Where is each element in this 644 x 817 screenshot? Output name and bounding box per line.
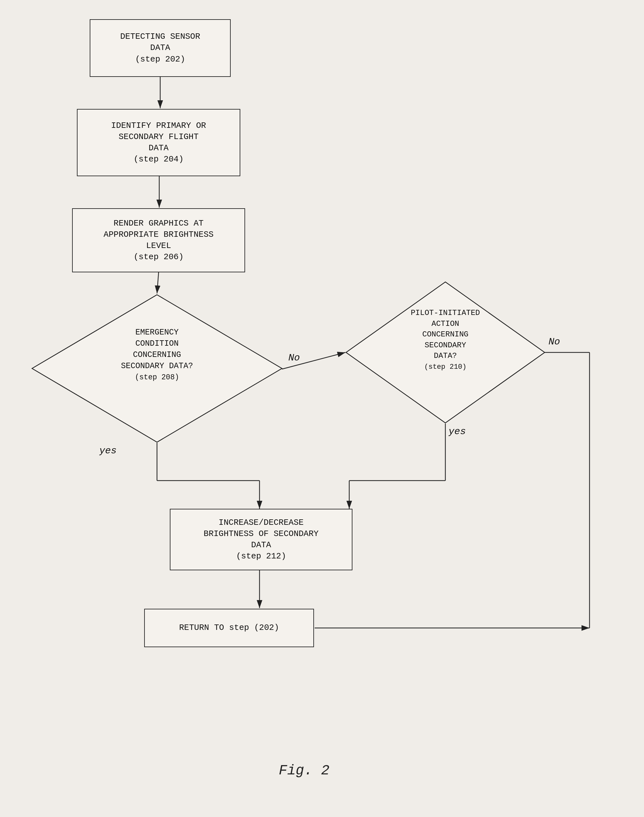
fig-label: Fig. 2 [279, 763, 330, 779]
box-return202: RETURN TO step (202) [144, 609, 314, 647]
diagram-container: DETECTING SENSORDATA(step 202) IDENTIFY … [0, 0, 644, 817]
diamond-step210 [346, 282, 545, 423]
label-no2: No [549, 336, 560, 347]
box-step206: RENDER GRAPHICS ATAPPROPRIATE BRIGHTNESS… [72, 208, 245, 272]
arrow-206-208 [157, 272, 159, 293]
box-return202-label: RETURN TO step (202) [179, 622, 279, 633]
label-yes1: yes [99, 445, 117, 456]
box-step206-label: RENDER GRAPHICS ATAPPROPRIATE BRIGHTNESS… [103, 218, 213, 263]
label-yes2: yes [449, 426, 466, 437]
label-no1: No [288, 353, 300, 363]
box-step204: IDENTIFY PRIMARY ORSECONDARY FLIGHTDATA(… [77, 109, 240, 176]
box-step212-label: INCREASE/DECREASEBRIGHTNESS OF SECONDARY… [204, 517, 319, 562]
box-step202-label: DETECTING SENSORDATA(step 202) [120, 31, 200, 65]
box-step202: DETECTING SENSORDATA(step 202) [90, 19, 231, 77]
box-step204-label: IDENTIFY PRIMARY ORSECONDARY FLIGHTDATA(… [111, 120, 206, 165]
box-step212: INCREASE/DECREASEBRIGHTNESS OF SECONDARY… [170, 509, 353, 570]
diamond-step208 [32, 295, 282, 442]
